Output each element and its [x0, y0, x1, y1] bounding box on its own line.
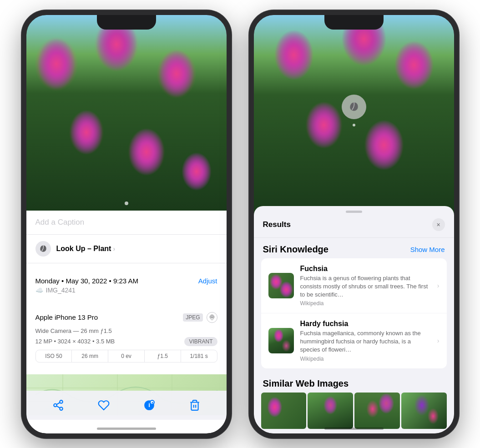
web-thumb-image-3: [354, 393, 400, 429]
right-screen: Results × Siri Knowledge Show More: [254, 15, 454, 433]
location-icon-circle: [207, 312, 217, 323]
notch: [97, 15, 156, 30]
web-image-1[interactable]: [261, 393, 307, 429]
delete-button[interactable]: [185, 395, 205, 415]
web-image-4[interactable]: [401, 393, 447, 429]
results-title: Results: [263, 220, 291, 229]
right-phone: Results × Siri Knowledge Show More: [249, 10, 459, 438]
siri-knowledge-title: Siri Knowledge: [263, 244, 328, 255]
info-icon: i ✦: [143, 399, 155, 411]
fuchsia-source: Wikipedia: [300, 300, 431, 307]
close-button[interactable]: ×: [432, 218, 445, 231]
info-button[interactable]: i ✦: [139, 395, 159, 415]
exif-aperture: ƒ1.5: [145, 350, 181, 362]
left-screen: Add a Caption Look Up – Plant› Monday • …: [26, 15, 227, 433]
jpeg-badge: JPEG: [183, 313, 202, 322]
show-more-button[interactable]: Show More: [410, 246, 445, 253]
siri-leaf-icon: [348, 101, 360, 113]
hardy-fuchsia-name: Hardy fuchsia: [300, 320, 431, 328]
knowledge-card: Fuchsia Fuchsia is a genus of flowering …: [261, 258, 447, 368]
date-row: Monday • May 30, 2022 • 9:23 AM Adjust: [35, 277, 217, 285]
filename: IMG_4241: [46, 287, 76, 294]
caption-placeholder[interactable]: Add a Caption: [35, 218, 85, 227]
hardy-fuchsia-info: Hardy fuchsia Fuchsia magellanica, commo…: [300, 320, 431, 362]
web-thumb-image-4: [401, 393, 447, 429]
leaf-icon: [39, 244, 48, 253]
exif-shutter: 1/181 s: [181, 350, 217, 362]
filename-row: ☁️ IMG_4241: [35, 287, 217, 294]
web-images-grid: [254, 393, 454, 429]
caption-area[interactable]: Add a Caption: [26, 211, 227, 235]
panel-handle: [346, 211, 362, 213]
fuchsia-thumbnail: [268, 273, 294, 298]
hardy-fuchsia-thumb-image: [268, 328, 294, 353]
hardy-fuchsia-source: Wikipedia: [300, 356, 431, 362]
favorite-button[interactable]: [94, 395, 114, 415]
home-indicator: [97, 428, 156, 430]
web-image-2[interactable]: [308, 393, 353, 429]
hardy-fuchsia-thumbnail: [268, 328, 294, 353]
right-notch: [324, 15, 384, 30]
exif-ev: 0 ev: [108, 350, 145, 362]
hardy-fuchsia-chevron: ›: [437, 337, 440, 344]
share-button[interactable]: [48, 395, 68, 415]
lookup-regular: Plant: [91, 245, 111, 252]
camera-details: Wide Camera — 26 mm ƒ1.5: [35, 327, 217, 334]
right-home-indicator: [324, 428, 384, 430]
fuchsia-name: Fuchsia: [300, 265, 431, 273]
fuchsia-chevron: ›: [437, 282, 440, 289]
adjust-button[interactable]: Adjust: [198, 277, 217, 285]
date-text: Monday • May 30, 2022 • 9:23 AM: [35, 277, 138, 285]
fuchsia-thumb-image: [268, 273, 294, 298]
web-thumb-image-1: [261, 393, 307, 429]
hardy-fuchsia-description: Fuchsia magellanica, commonly known as t…: [300, 329, 431, 354]
fuchsia-description: Fuchsia is a genus of flowering plants t…: [300, 274, 431, 299]
lookup-row[interactable]: Look Up – Plant›: [26, 235, 227, 263]
device-block: Apple iPhone 13 Pro JPEG Wide Camera — 2…: [26, 306, 227, 369]
location-icon: [209, 314, 215, 321]
photo-page-indicator: [125, 201, 128, 205]
right-photo-area: [254, 15, 454, 215]
mp-row: 12 MP • 3024 × 4032 • 3.5 MB VIBRANT: [35, 337, 217, 346]
lookup-bold: Look Up –: [56, 245, 91, 252]
knowledge-item-hardy-fuchsia[interactable]: Hardy fuchsia Fuchsia magellanica, commo…: [261, 313, 447, 368]
knowledge-item-fuchsia[interactable]: Fuchsia Fuchsia is a genus of flowering …: [261, 258, 447, 314]
trash-icon: [189, 399, 201, 411]
photo-area[interactable]: [26, 15, 227, 211]
exif-row: ISO 50 26 mm 0 ev ƒ1.5 1/181 s: [35, 350, 217, 362]
lookup-icon: [35, 241, 51, 257]
info-block: Monday • May 30, 2022 • 9:23 AM Adjust ☁…: [26, 271, 227, 300]
siri-button[interactable]: [342, 95, 366, 119]
device-header: Apple iPhone 13 Pro JPEG: [35, 312, 217, 323]
format-badges: JPEG: [183, 312, 217, 323]
share-icon: [52, 399, 64, 411]
siri-knowledge-header: Siri Knowledge Show More: [254, 238, 454, 258]
vibrant-badge: VIBRANT: [184, 337, 217, 346]
bottom-toolbar: i ✦: [26, 391, 227, 420]
heart-icon: [98, 399, 110, 411]
lookup-label: Look Up – Plant›: [56, 245, 116, 253]
fuchsia-info: Fuchsia Fuchsia is a genus of flowering …: [300, 265, 431, 307]
web-images-title: Similar Web Images: [263, 378, 349, 389]
svg-text:✦: ✦: [151, 401, 153, 404]
web-images-header: Similar Web Images: [254, 372, 454, 393]
fuchsia-photo: [26, 15, 227, 211]
device-name: Apple iPhone 13 Pro: [35, 313, 98, 321]
results-panel: Results × Siri Knowledge Show More: [254, 206, 454, 433]
results-header: Results ×: [254, 216, 454, 238]
svg-point-0: [211, 316, 213, 318]
exif-iso: ISO 50: [36, 350, 72, 362]
exif-mm: 26 mm: [72, 350, 108, 362]
web-thumb-image-2: [308, 393, 353, 429]
cloud-icon: ☁️: [35, 287, 43, 294]
lookup-chevron: ›: [113, 245, 115, 252]
web-image-3[interactable]: [354, 393, 400, 429]
siri-dot: [353, 124, 355, 126]
mp-text: 12 MP • 3024 × 4032 • 3.5 MB: [35, 338, 115, 345]
web-images-section: Similar Web Images: [254, 372, 454, 433]
left-phone: Add a Caption Look Up – Plant› Monday • …: [22, 10, 231, 438]
